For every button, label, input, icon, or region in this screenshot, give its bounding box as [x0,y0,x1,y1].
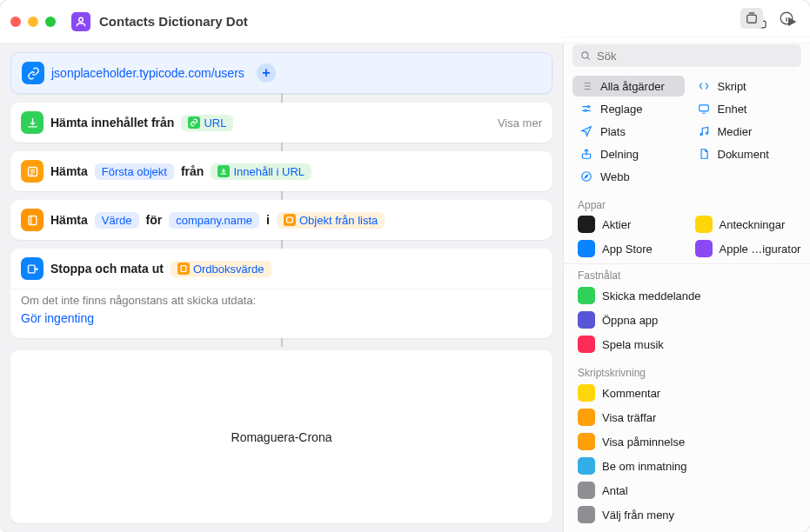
svg-point-13 [700,133,701,135]
list-small-icon [284,214,296,226]
action-icon [578,287,595,304]
svg-point-11 [585,110,586,111]
list-item[interactable]: Kommentar [572,381,801,405]
action-icon [578,433,595,450]
stop-output-action[interactable]: Stoppa och mata ut Ordboksvärde [10,249,552,289]
action-label: Hämta innehållet från [50,116,174,130]
svg-point-10 [587,106,589,108]
category-delning[interactable]: Delning [572,143,685,164]
action-label: Hämta [50,164,88,178]
output-preview: Romaguera-Crona [10,350,552,523]
info-icon[interactable] [775,8,798,29]
list-item[interactable]: Visa träffar [572,405,801,429]
list-item[interactable]: Spela musik [572,332,801,356]
source-variable-token[interactable]: Innehåll i URL [211,163,311,180]
svg-point-16 [582,172,592,182]
connector [281,338,283,347]
category-medier[interactable]: Medier [690,121,802,142]
search-wrap [564,37,810,74]
selector-token[interactable]: Första objekt [95,163,174,180]
apps-grid: AktierAnteckningarApp StoreApple …igurat… [564,213,810,263]
action-icon [578,336,595,353]
list-item[interactable]: Välj från meny [572,502,801,527]
app-item[interactable]: Aktier [572,213,685,236]
search-input[interactable] [572,44,801,67]
app-item[interactable]: Anteckningar [690,213,802,236]
scripting-section-label: Skriptskrivning [564,362,810,381]
music-icon [697,124,711,138]
for-label: för [146,213,163,227]
value-variable-token[interactable]: Ordboksvärde [171,261,271,277]
url-value[interactable]: jsonplaceholder.typicode.com/users [51,66,244,80]
app-icon [578,216,595,233]
list-icon [21,160,44,183]
svg-rect-3 [29,216,37,224]
download-icon [21,111,44,134]
do-nothing-option[interactable]: Gör ingenting [10,310,552,331]
action-icon [578,409,595,426]
scripting-list: KommentarVisa träffarVisa påminnelseBe o… [564,381,810,532]
category-skript[interactable]: Skript [690,76,802,96]
svg-rect-12 [699,105,708,111]
no-output-note: Om det inte finns någonstans att skicka … [10,289,552,310]
category-alla-åtgärder[interactable]: Alla åtgärder [572,76,685,96]
dictionary-icon [21,209,44,231]
category-reglage[interactable]: Reglage [572,98,685,119]
app-icon [695,216,713,233]
connector [281,143,283,151]
location-icon [579,124,593,138]
url-action[interactable]: jsonplaceholder.typicode.com/users + [10,52,552,94]
zoom-window[interactable] [45,17,56,27]
action-label: Hämta [50,213,88,227]
minimize-window[interactable] [28,17,38,27]
list-item[interactable]: Antal [572,478,801,502]
category-plats[interactable]: Plats [572,121,685,142]
show-more-button[interactable]: Visa mer [498,116,542,130]
category-webb[interactable]: Webb [572,166,685,187]
svg-point-0 [79,17,84,22]
script-icon [697,79,711,93]
list-item[interactable]: Be om inmatning [572,454,801,478]
action-icon [578,457,595,475]
pinned-list: Skicka meddelandeÖppna appSpela musik [564,283,810,362]
doc-icon [697,147,711,161]
pinned-section-label: Fastnålat [564,264,810,283]
output-value: Romaguera-Crona [231,430,332,444]
category-dokument[interactable]: Dokument [690,143,802,164]
display-icon [697,102,711,116]
value-token[interactable]: Värde [95,212,139,229]
app-item[interactable]: App Store [572,237,685,260]
list-item[interactable]: Visa påminnelse [572,429,801,454]
source-variable-token[interactable]: Objekt från lista [277,212,385,229]
workflow-editor: jsonplaceholder.typicode.com/users + Häm… [0,43,563,532]
apps-section-label: Appar [564,194,810,213]
get-item-action[interactable]: Hämta Första objekt från Innehåll i URL [10,151,552,191]
close-window[interactable] [10,17,21,27]
connector [281,240,283,249]
svg-rect-7 [747,15,757,23]
window-controls [10,17,56,27]
get-value-action[interactable]: Hämta Värde för company.name i Objekt fr… [10,200,552,240]
download-small-icon [218,165,230,177]
list-item[interactable]: Skicka meddelande [572,283,801,308]
in-label: i [266,213,270,227]
get-contents-action[interactable]: Hämta innehållet från URL Visa mer [10,103,552,143]
action-icon [578,384,595,402]
library-tab-icon[interactable] [740,8,763,29]
key-token[interactable]: company.name [169,212,259,229]
output-icon [21,257,44,280]
url-variable-token[interactable]: URL [181,115,233,131]
add-url-button[interactable]: + [257,63,276,83]
sliders-icon [579,102,593,116]
search-icon [579,50,592,62]
category-enhet[interactable]: Enhet [690,98,802,119]
share-icon [579,147,593,161]
link-icon [22,62,44,84]
action-label: Stoppa och mata ut [50,262,164,276]
action-icon [578,311,595,329]
app-item[interactable]: Apple …igurator [690,237,802,260]
svg-rect-4 [287,217,293,223]
list-item[interactable]: Öppna app [572,308,801,332]
svg-rect-5 [28,265,35,273]
svg-rect-6 [181,266,186,272]
